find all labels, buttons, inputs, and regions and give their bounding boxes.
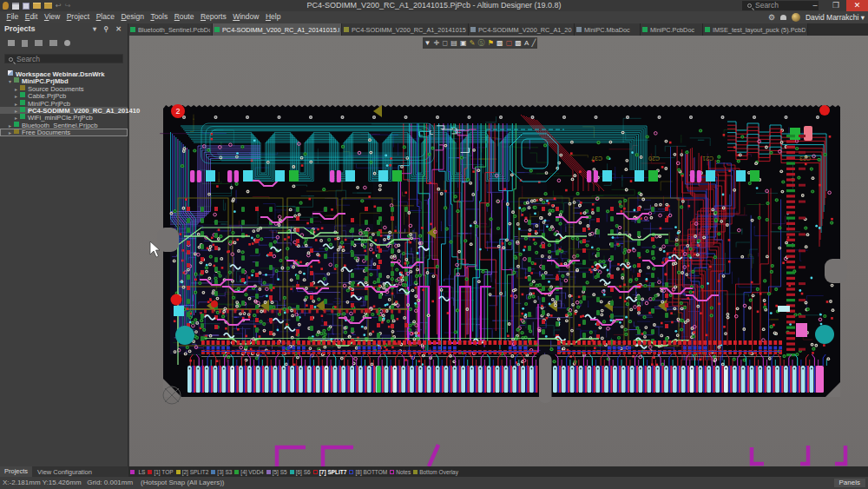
svg-text:C20: C20 xyxy=(648,155,660,162)
svg-text:C23: C23 xyxy=(799,155,811,162)
svg-text:C37: C37 xyxy=(591,155,602,162)
svg-text:2: 2 xyxy=(175,107,180,116)
svg-text:C21: C21 xyxy=(702,155,713,162)
